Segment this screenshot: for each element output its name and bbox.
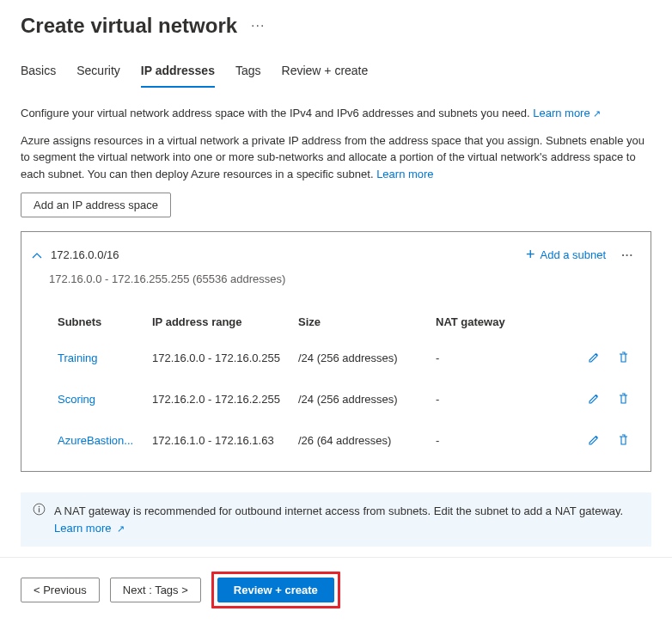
external-link-icon: ↗: [117, 522, 125, 536]
subnet-range: 172.16.0.0 - 172.16.0.255: [152, 352, 298, 364]
delete-icon[interactable]: [614, 390, 632, 407]
col-header-range: IP address range: [152, 315, 298, 328]
col-header-subnets: Subnets: [58, 315, 152, 328]
svg-rect-2: [39, 508, 40, 512]
address-space-cidr: 172.16.0.0/16: [51, 248, 119, 261]
external-link-icon: ↗: [593, 107, 601, 121]
subnet-range: 172.16.1.0 - 172.16.1.63: [152, 434, 298, 447]
chevron-up-icon[interactable]: [32, 252, 42, 259]
description-2: Azure assigns resources in a virtual net…: [21, 132, 651, 183]
svg-point-1: [39, 506, 40, 508]
subnet-link-training[interactable]: Training: [58, 352, 152, 364]
page-title: Create virtual network: [21, 14, 237, 38]
review-create-button[interactable]: Review + create: [217, 578, 334, 602]
space-more-icon[interactable]: ···: [618, 248, 637, 261]
subnet-size: /24 (256 addresses): [298, 352, 436, 364]
info-learn-more-link[interactable]: Learn more: [54, 522, 111, 535]
description-1: Configure your virtual network address s…: [21, 105, 651, 122]
tab-review-create[interactable]: Review + create: [282, 58, 369, 88]
footer-bar: < Previous Next : Tags > Review + create: [0, 557, 672, 626]
highlight-annotation: Review + create: [211, 572, 340, 608]
subnet-range: 172.16.2.0 - 172.16.2.255: [152, 393, 298, 406]
col-header-nat: NAT gateway: [436, 315, 539, 328]
address-space-panel: 172.16.0.0/16 + Add a subnet ··· 172.16.…: [21, 231, 651, 472]
table-row: Training 172.16.0.0 - 172.16.0.255 /24 (…: [58, 337, 637, 378]
add-ip-space-button[interactable]: Add an IP address space: [21, 193, 171, 217]
subnet-link-bastion[interactable]: AzureBastion...: [58, 434, 152, 447]
delete-icon[interactable]: [614, 349, 632, 366]
subnet-nat: -: [436, 352, 539, 364]
col-header-size: Size: [298, 315, 436, 328]
info-text: A NAT gateway is recommended for outboun…: [54, 504, 623, 517]
more-icon[interactable]: ···: [251, 18, 265, 34]
description-1-text: Configure your virtual network address s…: [21, 107, 530, 119]
subnet-link-scoring[interactable]: Scoring: [58, 393, 152, 406]
table-row: AzureBastion... 172.16.1.0 - 172.16.1.63…: [58, 419, 637, 461]
learn-more-link-2[interactable]: Learn more: [376, 168, 433, 180]
subnet-size: /24 (256 addresses): [298, 393, 436, 406]
subnet-nat: -: [436, 434, 539, 447]
info-icon: [33, 503, 46, 516]
address-space-range: 172.16.0.0 - 172.16.255.255 (65536 addre…: [21, 269, 651, 299]
plus-icon: +: [526, 246, 535, 264]
table-row: Scoring 172.16.2.0 - 172.16.2.255 /24 (2…: [58, 378, 637, 419]
add-subnet-button[interactable]: + Add a subnet: [526, 246, 606, 264]
info-banner: A NAT gateway is recommended for outboun…: [21, 492, 651, 547]
tab-security[interactable]: Security: [76, 58, 120, 88]
subnet-size: /26 (64 addresses): [298, 434, 436, 447]
delete-icon[interactable]: [614, 431, 632, 449]
description-2-text: Azure assigns resources in a virtual net…: [21, 134, 645, 180]
subnet-table: Subnets IP address range Size NAT gatewa…: [21, 299, 651, 471]
edit-icon[interactable]: [585, 431, 602, 449]
tab-basics[interactable]: Basics: [21, 58, 56, 88]
previous-button[interactable]: < Previous: [21, 578, 100, 602]
learn-more-link-1[interactable]: Learn more↗: [533, 107, 600, 119]
tab-bar: Basics Security IP addresses Tags Review…: [0, 45, 672, 88]
tab-ip-addresses[interactable]: IP addresses: [141, 58, 215, 88]
edit-icon[interactable]: [585, 349, 602, 366]
next-button[interactable]: Next : Tags >: [110, 578, 201, 602]
subnet-nat: -: [436, 393, 539, 406]
tab-tags[interactable]: Tags: [235, 58, 261, 88]
edit-icon[interactable]: [585, 390, 602, 407]
